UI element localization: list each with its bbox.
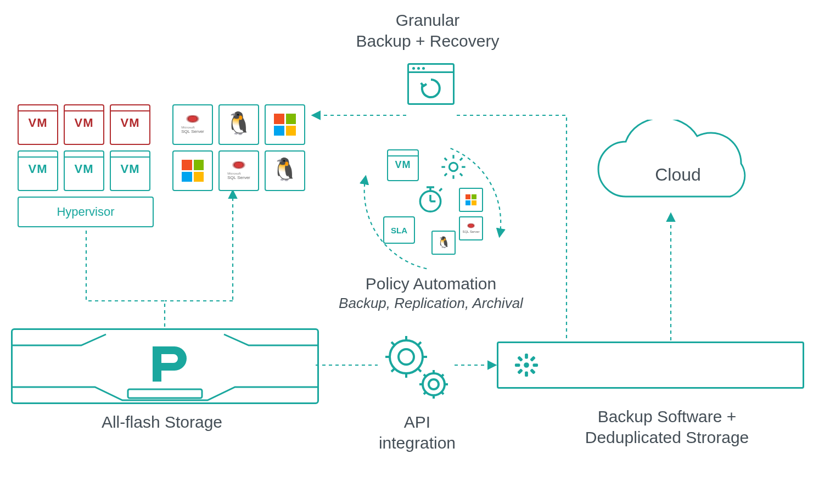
tux-icon xyxy=(228,112,250,137)
api-line1: API xyxy=(340,412,494,433)
policy-windows-tile xyxy=(459,188,483,212)
api-label: API integration xyxy=(340,412,494,453)
backup-line1: Backup Software + xyxy=(524,406,810,427)
linux-tile xyxy=(218,104,259,145)
flash-storage-label: All-flash Storage xyxy=(33,412,291,433)
restore-icon xyxy=(418,75,444,102)
microsoft-icon xyxy=(466,194,476,205)
linux-tile xyxy=(265,150,305,191)
svg-point-5 xyxy=(429,379,439,389)
sqlserver-tile: MicrosoftSQL Server xyxy=(218,150,259,191)
hypervisor-box: Hypervisor xyxy=(18,197,154,227)
svg-point-7 xyxy=(524,362,529,368)
policy-sla-tile: SLA xyxy=(383,216,415,244)
sqlserver-tile: MicrosoftSQL Server xyxy=(172,104,213,145)
header-line1: Granular xyxy=(307,10,548,31)
tux-icon xyxy=(438,237,450,249)
vm-tile: VM xyxy=(64,104,104,145)
header-line2: Backup + Recovery xyxy=(307,31,548,52)
vm-tile: VM xyxy=(110,104,150,145)
vm-tile: VM xyxy=(18,150,58,191)
api-line2: integration xyxy=(340,433,494,453)
svg-point-3 xyxy=(399,349,414,365)
api-gears-icon xyxy=(379,332,456,406)
header-title: Granular Backup + Recovery xyxy=(307,10,548,51)
gear-icon xyxy=(439,153,468,183)
microsoft-icon xyxy=(182,160,204,182)
vm-tile: VM xyxy=(64,150,104,191)
backup-software-box xyxy=(497,341,804,389)
backup-label: Backup Software + Deduplicated Strorage xyxy=(524,406,810,447)
tux-icon xyxy=(274,158,296,183)
policy-vm-tile: VM xyxy=(387,149,419,181)
backup-line2: Deduplicated Strorage xyxy=(524,427,810,448)
flash-storage-appliance xyxy=(11,328,319,404)
policy-title: Policy Automation xyxy=(313,273,549,294)
cloud-label: Cloud xyxy=(582,164,774,186)
recovery-window-icon xyxy=(407,63,455,105)
rubrik-icon xyxy=(514,352,539,378)
svg-rect-8 xyxy=(525,354,528,359)
svg-point-6 xyxy=(423,373,445,395)
svg-point-0 xyxy=(449,163,457,171)
vm-stack: VM VM VM VM VM VM Hypervisor xyxy=(18,104,154,227)
policy-sql-tile: SQL Server xyxy=(459,216,483,240)
vm-tile: VM xyxy=(18,104,58,145)
policy-title-block: Policy Automation Backup, Replication, A… xyxy=(313,273,549,312)
hypervisor-label: Hypervisor xyxy=(57,205,114,219)
stopwatch-icon xyxy=(415,183,446,216)
windows-tile xyxy=(172,150,213,191)
svg-point-4 xyxy=(390,340,423,373)
svg-rect-2 xyxy=(128,389,202,398)
policy-subtitle: Backup, Replication, Archival xyxy=(313,294,549,312)
policy-linux-tile xyxy=(431,231,456,255)
windows-tile xyxy=(265,104,305,145)
vm-tile: VM xyxy=(110,150,150,191)
microsoft-icon xyxy=(274,114,296,136)
cloud-block: Cloud xyxy=(582,120,774,213)
app-grid: MicrosoftSQL Server MicrosoftSQL Server xyxy=(172,104,305,191)
